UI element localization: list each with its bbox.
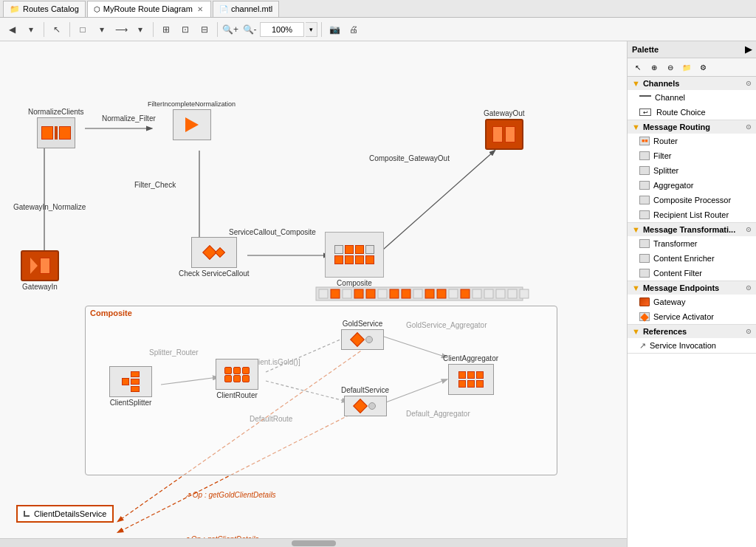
filter-icon [639,151,650,160]
palette-item-transformer[interactable]: Transformer [628,236,756,251]
splitter-label: Splitter [653,166,678,175]
palette-zoom-in-btn[interactable]: ⊕ [647,61,662,74]
palette-title: Palette [632,45,659,54]
gateway-out-node[interactable]: GatewayOut [484,108,525,150]
snap-btn[interactable]: ⊡ [176,21,194,38]
references-collapse[interactable]: ⊙ [746,328,752,335]
palette-item-splitter[interactable]: Splitter [628,163,756,178]
palette-item-service-activator[interactable]: Service Activator [628,309,756,324]
service-invocation-label: Service Invocation [650,341,716,350]
palette-item-content-filter[interactable]: Content Filter [628,266,756,281]
palette-cursor-btn[interactable]: ↖ [630,61,645,74]
client-details-service-node[interactable]: ClientDetailsService [16,505,114,523]
routing-label: Message Routing [643,123,710,131]
palette-item-router[interactable]: ■■ Router [628,134,756,148]
palette-item-gateway[interactable]: Gateway [628,295,756,309]
palette-collapse-icon[interactable]: ▶ [745,44,752,55]
palette-item-recipient-list[interactable]: Recipient List Router [628,207,756,222]
print-btn[interactable]: 🖨 [345,21,362,38]
palette-section-header-channels[interactable]: ▼ Channels ⊙ [628,77,756,90]
zoom-out-btn[interactable]: 🔍- [241,21,258,38]
endpoints-folder-icon: ▼ [632,283,640,292]
scrollbar-thumb[interactable] [292,540,336,546]
dropdown-btn[interactable]: ▾ [22,21,40,38]
svg-rect-41 [472,289,481,298]
tab-routes-catalog[interactable]: 📁 Routes Catalog [3,1,86,17]
sep2 [69,22,70,37]
gateway-in-node[interactable]: GatewayIn [21,250,59,291]
connect-btn[interactable]: ⟶ [112,21,130,38]
palette-item-route-choice[interactable]: ↩ Route Choice [628,105,756,120]
grid-btn[interactable]: ⊞ [157,21,175,38]
canvas-scrollbar[interactable] [0,538,627,547]
palette-zoom-out-btn[interactable]: ⊖ [663,61,678,74]
gold-service-node[interactable]: GoldService [341,318,384,350]
dropdown-btn3[interactable]: ▾ [131,21,149,38]
route-choice-label: Route Choice [656,108,706,117]
svg-text:GatewayIn_Normalize: GatewayIn_Normalize [13,203,86,211]
gold-service-label: GoldService [343,320,382,328]
tab-close-btn[interactable]: ✕ [196,4,205,14]
palette-item-composite-processor[interactable]: Composite Processor [628,193,756,207]
gateway-label: Gateway [653,297,685,306]
palette-section-header-transformation[interactable]: ▼ Message Transformati... ⊙ [628,223,756,236]
zoom-dropdown-btn[interactable]: ▾ [306,22,317,37]
main-area: GatewayIn_Normalize Normalize_Filter Fil… [0,41,756,547]
client-splitter-node[interactable]: ClientSplitter [109,366,152,407]
zoom-in-btn[interactable]: 🔍+ [221,21,239,38]
palette-item-filter[interactable]: Filter [628,148,756,163]
normalize-clients-node[interactable]: NormalizeClients [28,106,84,148]
zoom-input[interactable]: 100% [260,22,304,37]
sep3 [153,22,154,37]
layout-btn[interactable]: ⊟ [196,21,213,38]
svg-text:Filter_Check: Filter_Check [134,181,176,189]
client-aggregator-node[interactable]: ClientAggregator [443,353,498,395]
palette-item-content-enricher[interactable]: Content Enricher [628,251,756,266]
svg-rect-32 [366,289,375,298]
palette-item-channel[interactable]: Channel [628,90,756,105]
normalize-clients-label: NormalizeClients [28,108,84,116]
export-btn[interactable]: 📷 [326,21,343,38]
canvas-area[interactable]: GatewayIn_Normalize Normalize_Filter Fil… [0,41,627,547]
content-filter-label: Content Filter [653,269,702,278]
svg-rect-29 [331,289,340,298]
composite-inner-label: Composite [86,306,557,320]
palette-section-header-references[interactable]: ▼ References ⊙ [628,325,756,338]
default-service-node[interactable]: DefaultService [341,385,389,416]
new-btn[interactable]: □ [74,21,92,38]
palette-item-service-invocation[interactable]: ↗ Service Invocation [628,338,756,353]
check-service-label: Check ServiceCallout [179,269,250,278]
channels-label: Channels [643,79,680,88]
filter-incomplete-node[interactable]: FilterIncompleteNormalization [148,99,236,140]
palette-section-message-transformation: ▼ Message Transformati... ⊙ Transformer … [628,223,756,281]
composite-processor-icon [639,196,650,204]
endpoints-collapse[interactable]: ⊙ [746,284,752,292]
palette-settings-btn[interactable]: ⚙ [695,61,710,74]
routing-collapse[interactable]: ⊙ [746,123,752,131]
aggregator-icon [639,181,650,190]
pointer-tool[interactable]: ↖ [48,21,66,38]
file-icon: 📄 [219,5,228,13]
palette-section-header-endpoints[interactable]: ▼ Message Endpoints ⊙ [628,281,756,295]
filter-label: Filter [653,151,671,160]
tab-bar: 📁 Routes Catalog ⬡ MyRoute Route Diagram… [0,0,756,18]
palette-item-aggregator[interactable]: Aggregator [628,178,756,193]
filter-incomplete-label: FilterIncompleteNormalization [148,100,236,108]
channels-folder-icon: ▼ [632,79,640,88]
dropdown-btn2[interactable]: ▾ [93,21,111,38]
content-filter-icon [639,269,650,278]
back-btn[interactable]: ◀ [3,21,21,38]
client-router-node[interactable]: ClientRouter [216,359,258,399]
tab-my-route[interactable]: ⬡ MyRoute Route Diagram ✕ [87,1,211,17]
palette-folder-btn[interactable]: 📁 [679,61,694,74]
references-folder-icon: ▼ [632,327,640,336]
endpoints-label: Message Endpoints [643,283,719,292]
recipient-list-label: Recipient List Router [653,210,729,219]
check-service-node[interactable]: Check ServiceCallout [179,237,250,278]
svg-rect-42 [484,289,493,298]
composite-outer-node[interactable]: Composite [325,232,384,287]
tab-channel[interactable]: 📄 channel.mtl [213,1,279,17]
transformation-collapse[interactable]: ⊙ [746,226,752,233]
channels-collapse[interactable]: ⊙ [746,80,752,87]
palette-section-header-routing[interactable]: ▼ Message Routing ⊙ [628,120,756,134]
